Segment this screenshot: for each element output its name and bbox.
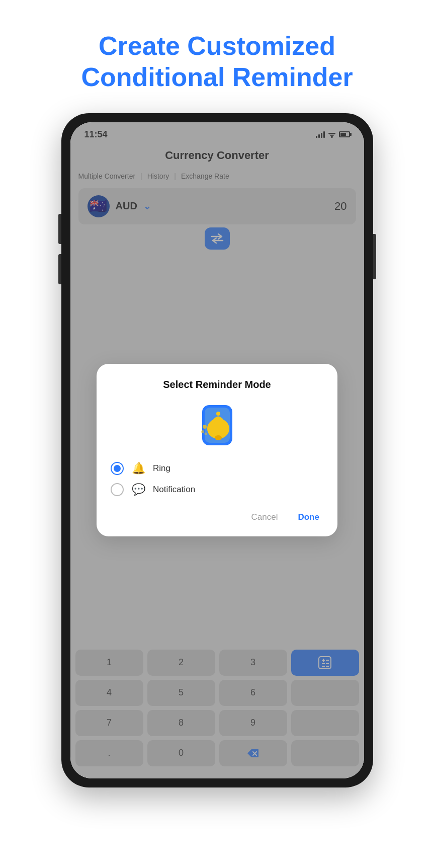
- svg-point-8: [215, 435, 222, 440]
- radio-options: 🔔 Ring 💬 Notification: [111, 462, 323, 496]
- ring-option[interactable]: 🔔 Ring: [111, 462, 323, 475]
- bell-notification-icon: [195, 403, 240, 448]
- ring-label: Ring: [153, 463, 170, 474]
- title-line2: Conditional Reminder: [81, 61, 353, 93]
- notification-icon: 💬: [131, 483, 146, 496]
- page-title: Create Customized Conditional Reminder: [81, 30, 353, 93]
- volume-down-button: [58, 254, 61, 284]
- phone-frame: 11:54: [61, 113, 373, 787]
- ring-icon: 🔔: [131, 462, 146, 475]
- dialog-buttons: Cancel Done: [111, 510, 323, 524]
- notification-label: Notification: [153, 485, 195, 495]
- dialog-icon: [111, 403, 323, 448]
- ring-radio[interactable]: [111, 462, 124, 475]
- svg-point-10: [201, 430, 204, 433]
- title-line1: Create Customized: [81, 30, 353, 61]
- phone-screen: 11:54: [70, 122, 364, 778]
- power-button: [373, 234, 376, 279]
- notification-option[interactable]: 💬 Notification: [111, 483, 323, 496]
- svg-point-9: [203, 425, 207, 429]
- svg-point-11: [204, 433, 207, 435]
- notification-radio[interactable]: [111, 483, 124, 496]
- reminder-mode-dialog: Select Reminder Mode: [97, 364, 337, 536]
- dialog-overlay: Select Reminder Mode: [70, 122, 364, 778]
- svg-rect-7: [216, 412, 220, 416]
- done-button[interactable]: Done: [294, 510, 323, 524]
- cancel-button[interactable]: Cancel: [247, 510, 282, 524]
- dialog-title: Select Reminder Mode: [111, 379, 323, 390]
- ring-radio-inner: [114, 465, 121, 472]
- volume-up-button: [58, 214, 61, 244]
